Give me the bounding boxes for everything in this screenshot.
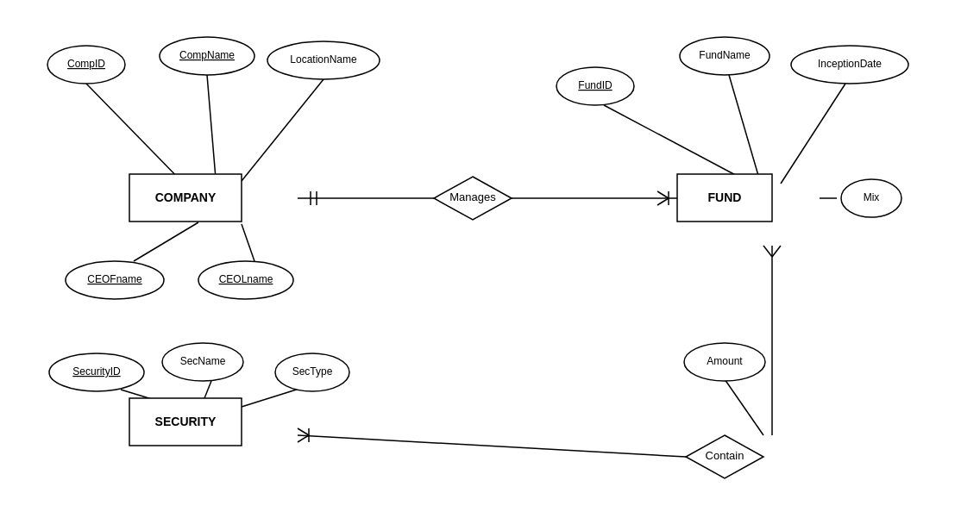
svg-line-26 [298, 435, 309, 442]
attr-securityid-label: SecurityID [72, 365, 121, 378]
svg-line-20 [763, 246, 772, 257]
attr-inceptiondate-label: InceptionDate [818, 58, 882, 70]
svg-line-18 [657, 198, 669, 205]
entity-security-label: SECURITY [155, 415, 217, 428]
svg-line-6 [729, 75, 759, 178]
attr-fundname-label: FundName [699, 49, 751, 61]
entity-fund-label: FUND [708, 190, 742, 204]
attr-secname-label: SecName [180, 355, 226, 367]
svg-line-17 [657, 191, 669, 198]
relationship-manages-label: Manages [449, 190, 496, 203]
svg-line-3 [134, 222, 198, 261]
svg-line-1 [207, 75, 216, 178]
attr-mix-label: Mix [864, 191, 880, 203]
svg-line-22 [725, 379, 763, 435]
svg-line-21 [772, 246, 781, 257]
attr-locationname-label: LocationName [290, 53, 357, 66]
svg-line-11 [242, 388, 302, 407]
attr-ceofname-label: CEOFname [87, 273, 142, 285]
attr-ceolname-label: CEOLname [219, 273, 273, 285]
svg-line-25 [298, 428, 309, 435]
entity-company-label: COMPANY [155, 190, 217, 204]
svg-line-7 [781, 84, 845, 184]
attr-fundid-label: FundID [578, 79, 612, 91]
svg-line-2 [242, 79, 324, 181]
relationship-contain-label: Contain [706, 449, 744, 462]
svg-line-5 [604, 105, 742, 178]
svg-line-23 [298, 435, 686, 457]
attr-sectype-label: SecType [292, 365, 333, 378]
attr-compid-label: CompID [67, 58, 105, 70]
er-diagram: COMPANY FUND SECURITY Manages Contain Co… [0, 0, 980, 518]
attr-amount-label: Amount [707, 355, 743, 367]
svg-line-4 [242, 224, 254, 261]
svg-line-0 [86, 84, 185, 185]
attr-compname-label: CompName [179, 49, 235, 61]
